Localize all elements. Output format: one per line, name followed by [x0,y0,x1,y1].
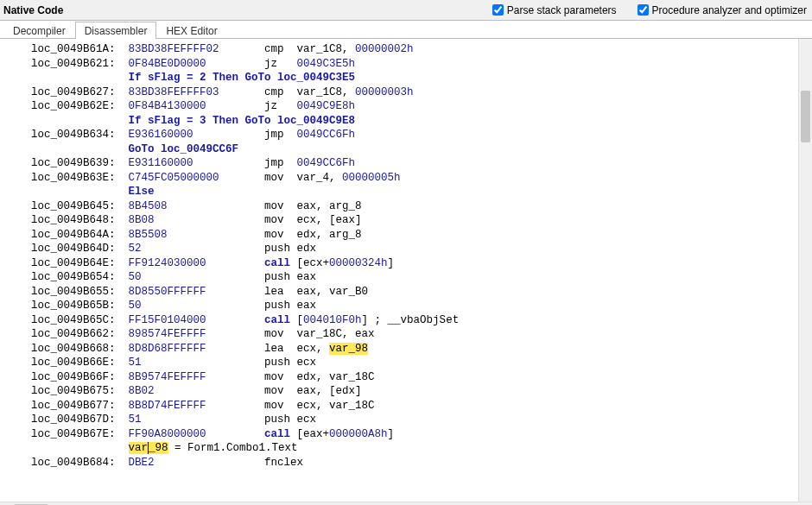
code-line: loc_0049B645: 8B4508 mov eax, arg_8 [31,199,798,214]
code-line: loc_0049B677: 8B8D74FEFFFF mov ecx, var_… [31,399,798,413]
code-line: loc_0049B64D: 52 push edx [31,242,798,256]
code-line: loc_0049B64A: 8B5508 mov edx, arg_8 [31,228,798,243]
checkbox-proc-analyzer[interactable]: Procedure analyzer and optimizer [634,2,807,18]
code-line: loc_0049B675: 8B02 mov eax, [edx] [31,384,798,399]
code-line: loc_0049B65B: 50 push eax [31,299,798,313]
code-line: Else [31,185,798,199]
code-line: loc_0049B654: 50 push eax [31,270,798,285]
code-line: loc_0049B684: DBE2 fnclex [31,456,798,470]
tab-disassembler[interactable]: Disassembler [75,22,157,39]
checkbox-proc-analyzer-label: Procedure analyzer and optimizer [652,4,807,16]
tab-decompiler[interactable]: Decompiler [3,22,75,39]
checkbox-parse-stack-input[interactable] [492,4,504,16]
code-line: loc_0049B662: 898574FEFFFF mov var_18C, … [31,327,798,342]
code-line: If sFlag = 3 Then GoTo loc_0049C9E8 [31,114,798,129]
tab-bar: Decompiler Disassembler HEX Editor [0,21,812,39]
code-line: loc_0049B621: 0F84BE0D0000 jz 0049C3E5h [31,57,798,72]
tab-hex-editor[interactable]: HEX Editor [156,22,226,39]
code-line: loc_0049B668: 8D8D68FFFFFF lea ecx, var_… [31,342,798,357]
code-line: var_98 = Form1.Combo1.Text [31,441,798,456]
code-line: loc_0049B627: 83BD38FEFFFF03 cmp var_1C8… [31,85,798,100]
code-line: loc_0049B67D: 51 push ecx [31,413,798,427]
code-line: loc_0049B67E: FF90A8000000 call [eax+000… [31,427,798,442]
panel-header: Native Code Parse stack parameters Proce… [0,0,812,21]
code-line: If sFlag = 2 Then GoTo loc_0049C3E5 [31,71,798,85]
disassembly-listing[interactable]: loc_0049B61A: 83BD38FEFFFF02 cmp var_1C8… [0,39,798,502]
code-line: loc_0049B66E: 51 push ecx [31,356,798,370]
code-line: loc_0049B61A: 83BD38FEFFFF02 cmp var_1C8… [31,42,798,57]
horizontal-scrollbar[interactable] [0,502,812,505]
code-line: loc_0049B62E: 0F84B4130000 jz 0049C9E8h [31,99,798,114]
checkbox-proc-analyzer-input[interactable] [638,4,649,16]
code-line: loc_0049B66F: 8B9574FEFFFF mov edx, var_… [31,370,798,385]
code-line: loc_0049B634: E936160000 jmp 0049CC6Fh [31,128,798,142]
code-line: GoTo loc_0049CC6F [31,142,798,157]
code-viewport: loc_0049B61A: 83BD38FEFFFF02 cmp var_1C8… [0,39,812,502]
code-line: loc_0049B639: E931160000 jmp 0049CC6Fh [31,156,798,171]
code-line: loc_0049B63E: C745FC05000000 mov var_4, … [31,171,798,186]
code-line: loc_0049B655: 8D8550FFFFFF lea eax, var_… [31,285,798,300]
checkbox-parse-stack-label: Parse stack parameters [507,4,617,16]
code-line: loc_0049B65C: FF15F0104000 call [004010F… [31,313,798,328]
panel-title: Native Code [3,4,472,16]
code-line: loc_0049B648: 8B08 mov ecx, [eax] [31,213,798,228]
vertical-scroll-thumb[interactable] [801,91,810,142]
vertical-scrollbar[interactable] [798,39,812,502]
code-line: loc_0049B64E: FF9124030000 call [ecx+000… [31,256,798,271]
checkbox-parse-stack[interactable]: Parse stack parameters [489,2,617,18]
